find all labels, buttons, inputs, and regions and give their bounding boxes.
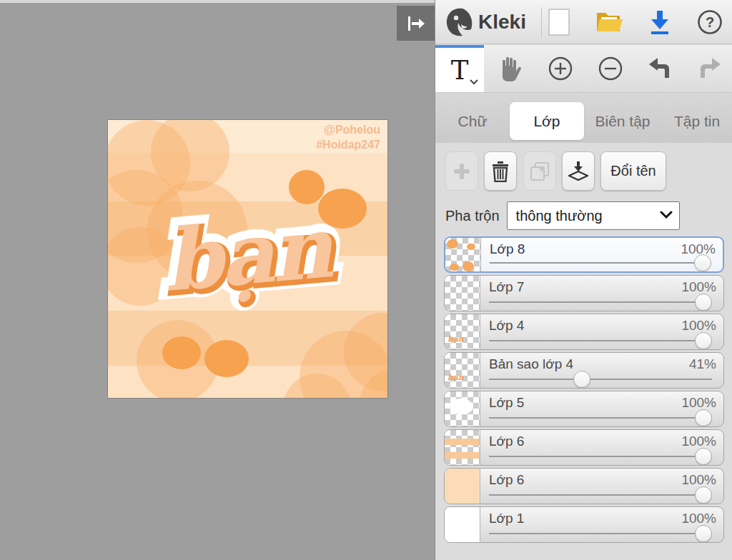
duplicate-layer-button[interactable] <box>523 151 556 191</box>
slider-knob[interactable] <box>695 332 712 349</box>
help-icon: ? <box>697 9 723 35</box>
lettering-word: bạn bạn bạn <box>108 192 387 344</box>
merge-down-icon <box>568 161 588 182</box>
help-button[interactable]: ? <box>689 3 731 41</box>
redo-icon <box>696 56 722 81</box>
blend-mode-select[interactable]: thông thường <box>507 201 680 230</box>
layer-opacity-value: 100% <box>681 472 716 488</box>
layer-name: Lớp 5 <box>489 395 524 411</box>
slider-knob[interactable] <box>573 371 590 388</box>
canvas-workspace: bạn bạn bạn @Pohelou #Hoidap247 <box>0 0 435 560</box>
layer-thumbnail: bạn <box>445 314 480 349</box>
text-tool-button[interactable]: T <box>435 45 484 92</box>
blend-mode-label: Pha trộn <box>445 208 500 224</box>
layer-thumbnail <box>445 391 480 426</box>
merge-down-button[interactable] <box>562 151 595 191</box>
app-title: Kleki <box>478 11 526 34</box>
layer-row[interactable]: bạn Lớp 4 100% <box>444 314 724 350</box>
layer-name: Lớp 6 <box>489 434 524 449</box>
tab-bar: Chữ Lớp Biên tập Tập tin <box>435 93 732 143</box>
watermark: @Pohelou #Hoidap247 <box>316 123 380 153</box>
slider-knob[interactable] <box>695 448 712 465</box>
slider-knob[interactable] <box>695 486 712 504</box>
slider-knob[interactable] <box>695 294 712 311</box>
orange-dot <box>204 340 249 377</box>
hand-tool-button[interactable] <box>485 45 533 92</box>
side-panel: Kleki ? <box>435 0 732 560</box>
layer-row[interactable]: Lớp 1 100% <box>444 506 724 543</box>
collapse-right-icon <box>406 14 426 33</box>
layer-thumbnail <box>445 430 480 465</box>
layer-thumbnail <box>445 507 480 542</box>
layer-row[interactable]: Lớp 6 100% <box>444 429 724 466</box>
layer-thumbnail <box>445 469 480 504</box>
folder-icon <box>595 10 624 34</box>
layer-opacity-value: 100% <box>681 434 716 449</box>
layer-row[interactable]: Lớp 6 100% <box>444 468 724 504</box>
layer-row[interactable]: bạn Bản sao lớp 4 41% <box>444 352 724 389</box>
plus-icon <box>452 162 471 181</box>
collapse-panel-button[interactable] <box>397 6 435 41</box>
zoom-in-icon <box>548 56 573 81</box>
open-file-button[interactable] <box>589 3 630 41</box>
layer-row[interactable]: Lớp 5 100% <box>444 391 724 427</box>
orange-dot <box>162 336 201 369</box>
undo-button[interactable] <box>636 45 685 92</box>
opacity-slider[interactable] <box>489 456 712 457</box>
tab-layers[interactable]: Lớp <box>510 102 584 140</box>
opacity-slider[interactable] <box>489 494 712 496</box>
layer-row[interactable]: Lớp 8 100% <box>444 236 724 273</box>
layer-name: Lớp 1 <box>489 511 524 526</box>
add-layer-button[interactable] <box>445 151 478 191</box>
brand[interactable]: Kleki <box>445 7 526 37</box>
tab-edit[interactable]: Biên tập <box>584 102 661 140</box>
slider-knob[interactable] <box>694 254 711 271</box>
trash-icon <box>491 161 510 182</box>
app-header: Kleki ? <box>435 0 732 44</box>
watermark-line1: @Pohelou <box>316 123 380 138</box>
slider-knob[interactable] <box>695 409 712 426</box>
blend-mode-row: Pha trộn thông thường <box>445 201 723 230</box>
chevron-down-icon <box>470 79 478 85</box>
tab-file[interactable]: Tập tin <box>661 102 732 140</box>
tab-text[interactable]: Chữ <box>435 102 510 140</box>
opacity-slider[interactable] <box>489 340 712 341</box>
layer-name: Lớp 8 <box>490 241 525 257</box>
blend-mode-value: thông thường <box>516 208 603 224</box>
delete-layer-button[interactable] <box>484 151 517 191</box>
opacity-slider[interactable] <box>490 262 711 264</box>
text-tool-glyph: T <box>451 57 469 84</box>
opacity-slider[interactable] <box>489 301 712 303</box>
layer-name: Lớp 7 <box>489 279 524 295</box>
opacity-slider[interactable] <box>489 379 712 380</box>
duplicate-icon <box>530 161 550 181</box>
layer-opacity-value: 100% <box>681 395 716 411</box>
hand-icon <box>497 56 521 81</box>
layer-name: Bản sao lớp 4 <box>489 356 573 372</box>
save-button[interactable] <box>639 3 681 41</box>
artwork-canvas[interactable]: bạn bạn bạn @Pohelou #Hoidap247 <box>108 120 387 398</box>
layer-thumbnail <box>445 276 480 311</box>
tool-row: T <box>435 45 732 93</box>
layer-row[interactable]: Lớp 7 100% <box>444 275 724 311</box>
zoom-in-button[interactable] <box>536 45 585 92</box>
rename-layer-button[interactable]: Đổi tên <box>600 151 666 191</box>
new-image-button[interactable] <box>538 3 580 41</box>
undo-icon <box>648 56 673 81</box>
watermark-line2: #Hoidap247 <box>316 138 380 153</box>
layer-list: Lớp 8 100% Lớp 7 100% bạn Lớp 4 100% bạn… <box>444 236 724 543</box>
download-icon <box>648 9 671 35</box>
chevron-down-icon <box>660 211 673 219</box>
opacity-slider[interactable] <box>489 417 712 419</box>
layer-thumbnail <box>445 238 481 271</box>
layer-thumbnail: bạn <box>445 353 480 388</box>
redo-button[interactable] <box>685 45 732 92</box>
layers-panel: Đổi tên Pha trộn thông thường Lớp 8 100% <box>435 143 732 560</box>
zoom-out-button[interactable] <box>586 45 635 92</box>
opacity-slider[interactable] <box>489 533 712 534</box>
layer-name: Lớp 6 <box>489 472 524 488</box>
layer-opacity-value: 100% <box>681 318 716 334</box>
layer-opacity-value: 100% <box>681 279 716 295</box>
slider-knob[interactable] <box>695 525 712 542</box>
layer-opacity-value: 41% <box>689 356 716 372</box>
